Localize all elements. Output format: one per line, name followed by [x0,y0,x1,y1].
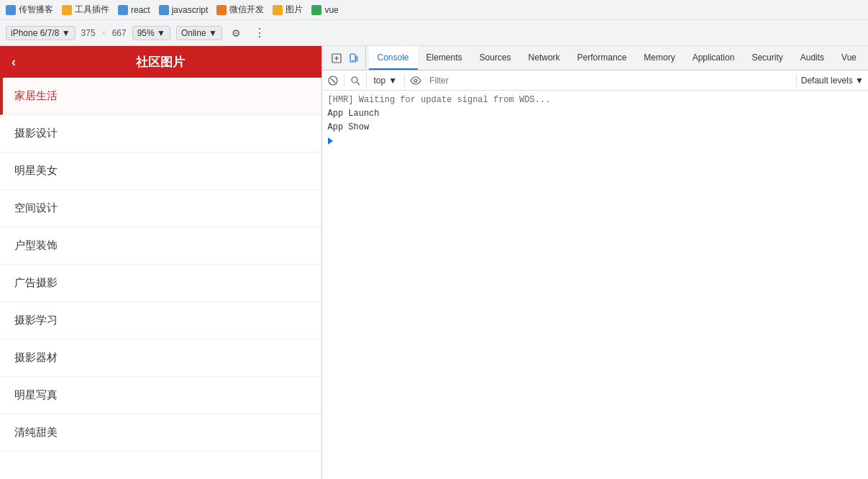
viewport-height: 667 [112,28,127,38]
bookmark-item[interactable]: 传智播客 [6,4,53,16]
bookmark-icon [6,5,16,15]
devtools-tab-application[interactable]: Application [684,46,744,70]
context-arrow: ▼ [388,76,397,86]
clear-console-icon[interactable] [326,74,339,87]
toolbar-separator-3 [404,74,405,87]
bookmark-item[interactable]: vue [311,5,338,15]
console-output: [HMR] Waiting for update signal from WDS… [322,91,869,479]
devtools-tab-network[interactable]: Network [520,46,569,70]
log-levels-selector[interactable]: Default levels ▼ [801,76,864,86]
mobile-preview-panel: ‹ 社区图片 家居生活摄影设计明星美女空间设计户型装饰广告摄影摄影学习摄影器材明… [0,46,322,479]
devtools-panel: ConsoleElementsSourcesNetworkPerformance… [322,46,869,479]
svg-rect-3 [356,56,357,61]
svg-point-8 [414,79,417,82]
device-selector[interactable]: iPhone 6/7/8 ▼ [6,26,76,40]
toolbar-separator-1 [344,74,344,87]
toolbar-separator-4 [796,74,797,87]
app-header: ‹ 社区图片 [0,46,321,78]
devtools-tab-sources[interactable]: Sources [471,46,520,70]
devtools-tab-performance[interactable]: Performance [569,46,636,70]
category-item[interactable]: 摄影学习 [0,302,321,339]
bookmark-icon [62,5,72,15]
console-filter-input[interactable] [426,74,792,87]
bookmark-item[interactable]: javascript [159,5,209,15]
category-item[interactable]: 清纯甜美 [0,414,321,452]
bookmark-label: 图片 [285,4,303,16]
bookmark-icon [273,5,283,15]
bookmark-icon [216,5,227,15]
viewport-width: 375 [81,28,96,38]
bookmark-label: 传智播客 [19,4,53,16]
devtools-tab-elements[interactable]: Elements [418,46,471,70]
devtools-tab-console[interactable]: Console [369,46,418,70]
svg-line-5 [331,78,335,83]
category-item[interactable]: 摄影设计 [0,115,321,152]
bookmark-icon [118,5,128,15]
settings-icon[interactable]: ⚙ [228,24,245,42]
bookmarks-bar: 传智播客工具插件reactjavascript微信开发图片vue [0,0,868,20]
browser-toolbar: iPhone 6/7/8 ▼ 375 × 667 95% ▼ Online ▼ … [0,20,868,46]
console-prompt[interactable] [322,134,869,147]
bookmark-item[interactable]: 工具插件 [62,4,109,16]
context-label: top [374,76,386,86]
inspect-element-icon[interactable] [329,51,344,65]
bookmark-icon [311,5,321,15]
devtools-tab-audits[interactable]: Audits [792,46,833,70]
category-item[interactable]: 户型装饰 [0,227,321,265]
svg-point-6 [352,77,357,83]
devtools-tab-security[interactable]: Security [743,46,791,70]
category-item[interactable]: 广告摄影 [0,265,321,302]
category-list: 家居生活摄影设计明星美女空间设计户型装饰广告摄影摄影学习摄影器材明星写真清纯甜美 [0,78,321,452]
category-item[interactable]: 摄影器材 [0,339,321,377]
bookmark-item[interactable]: react [118,5,150,15]
zoom-selector[interactable]: 95% ▼ [132,26,170,40]
bookmark-label: 工具插件 [75,4,109,16]
svg-line-7 [357,82,360,85]
device-toggle-icon[interactable] [347,51,361,65]
toolbar-separator-2 [366,74,367,87]
network-selector[interactable]: Online ▼ [176,26,222,40]
bookmark-label: react [131,5,150,15]
size-separator: × [101,28,106,38]
bookmark-label: 微信开发 [229,4,264,16]
more-options-icon[interactable]: ⋮ [251,24,268,42]
console-toolbar: top ▼ Default levels ▼ [322,70,869,91]
app-title: 社区图片 [136,54,185,70]
devtools-tab-vue[interactable]: Vue [833,46,865,70]
devtools-tabs: ConsoleElementsSourcesNetworkPerformance… [322,46,869,70]
devtools-icon-group [325,46,366,70]
bookmark-label: vue [324,5,338,15]
category-item[interactable]: 空间设计 [0,190,321,227]
console-line: [HMR] Waiting for update signal from WDS… [322,93,869,107]
category-item[interactable]: 明星美女 [0,152,321,190]
bookmark-icon [159,5,169,15]
category-item[interactable]: 家居生活 [0,78,321,115]
svg-rect-2 [352,60,354,61]
context-selector[interactable]: top ▼ [371,74,401,87]
category-item[interactable]: 明星写真 [0,377,321,414]
eye-icon[interactable] [409,74,422,87]
main-layout: ‹ 社区图片 家居生活摄影设计明星美女空间设计户型装饰广告摄影摄影学习摄影器材明… [0,46,868,479]
console-prompt-icon[interactable] [328,137,333,145]
devtools-tab-memory[interactable]: Memory [635,46,683,70]
back-button[interactable]: ‹ [12,55,16,70]
bookmark-label: javascript [172,5,209,15]
filter-icon[interactable] [349,74,362,87]
bookmark-item[interactable]: 图片 [273,4,303,16]
console-line: App Show [322,121,869,134]
bookmark-item[interactable]: 微信开发 [216,4,264,16]
console-line: App Launch [322,107,869,121]
